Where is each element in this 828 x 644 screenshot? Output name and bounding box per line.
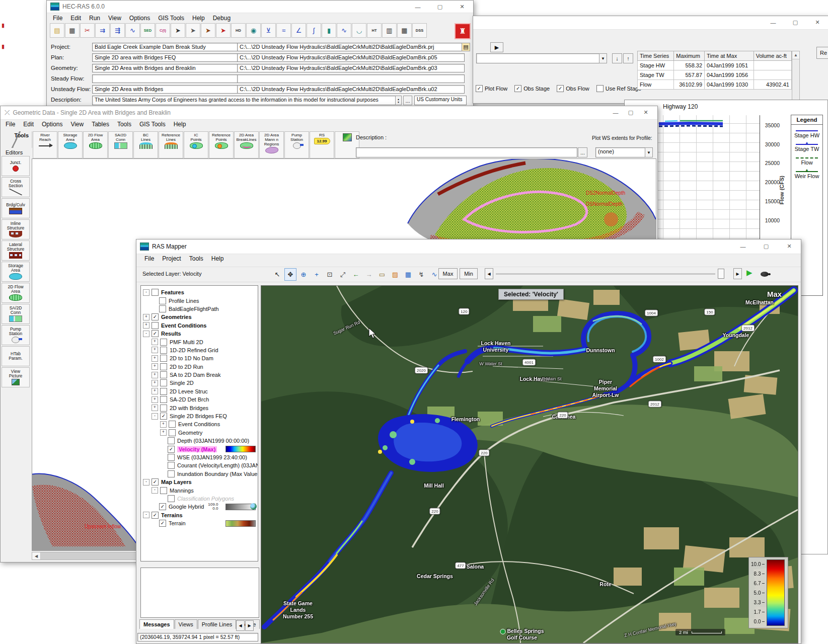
menu-gis-tools[interactable]: GIS Tools	[154, 13, 188, 23]
tree-item-inundation-boundary-max-value[interactable]: Inundation Boundary (Max Value	[141, 470, 258, 478]
menu-options[interactable]: Options	[38, 119, 66, 129]
close-button[interactable]: ✕	[806, 16, 828, 29]
checkbox-obs-flow[interactable]: ✓Obs Flow	[557, 85, 589, 92]
field-value[interactable]: Single 2D Area with Bridges	[92, 85, 239, 94]
tree-item-event-conditions[interactable]: +Event Conditions	[141, 321, 258, 330]
menu-debug[interactable]: Debug	[209, 13, 235, 23]
geometric-titlebar[interactable]: ⤫ Geometric Data - Single 2D Area with B…	[1, 106, 657, 120]
run-sediment-icon[interactable]: ➤	[201, 23, 215, 38]
basin-icon[interactable]: ◡	[352, 23, 366, 38]
tree-checkbox[interactable]	[168, 470, 175, 477]
hydrograph-plot-icon[interactable]: ∿	[337, 23, 351, 38]
tree-item-sa-to-2d-dam-break[interactable]: +SA to 2D Dam Break	[141, 371, 258, 379]
maximize-button[interactable]: ▢	[755, 239, 778, 253]
menu-file[interactable]: File	[49, 13, 66, 23]
tree-checkbox[interactable]	[160, 355, 167, 362]
maximize-button[interactable]: ▢	[784, 16, 806, 29]
tree-item-features[interactable]: -Features	[141, 288, 258, 296]
tools-tab[interactable]: Tools	[1, 131, 32, 148]
globe-icon[interactable]: ⊕	[297, 268, 310, 281]
tree-checkbox[interactable]	[152, 322, 159, 329]
quasi-unsteady-icon[interactable]: ⇶	[110, 23, 125, 38]
menu-tools[interactable]: Tools	[185, 254, 207, 264]
zoom-extents-icon[interactable]: ⤢	[337, 268, 349, 281]
tree-checkbox[interactable]	[159, 297, 166, 304]
tree-item-2d-to-2d-run[interactable]: +2D to 2D Run	[141, 363, 258, 371]
tree-checkbox[interactable]: ✓	[152, 330, 159, 337]
tree-checkbox[interactable]	[160, 396, 167, 403]
tree-expander[interactable]: +	[143, 314, 149, 320]
tree-expander[interactable]: +	[152, 388, 158, 394]
minimize-button[interactable]: —	[608, 106, 623, 119]
tree-checkbox[interactable]	[160, 339, 167, 346]
field-value[interactable]: Bald Eagle Creek Example Dam Break Study	[92, 43, 239, 51]
sediment-icon[interactable]: SED	[140, 23, 155, 38]
field-path[interactable]: C:\...\2D Unsteady Flow Hydraulics\BaldE…	[237, 64, 465, 72]
menu-help[interactable]: Help	[170, 119, 190, 129]
geo-tool-2d-area-mann-n-regions[interactable]: 2D Area Mann n Regions	[259, 131, 284, 158]
tree-item-courant-velocity-length-03jan[interactable]: Courant (Velocity/Length) (03JAN	[141, 461, 258, 469]
timeline-thumb[interactable]	[718, 269, 724, 279]
field-path[interactable]	[237, 74, 465, 83]
tree-expander[interactable]: +	[160, 429, 167, 436]
description-more-button[interactable]: ...	[403, 96, 412, 105]
tab-messages[interactable]: Messages	[139, 619, 174, 629]
open-icon[interactable]: ▤	[50, 23, 64, 38]
maximize-button[interactable]: ▢	[429, 1, 451, 13]
field-path[interactable]: C:\...\2D Unsteady Flow Hydraulics\BaldE…	[237, 85, 465, 94]
tab-scroll-left-icon[interactable]: ◀	[236, 620, 245, 631]
flood-raster-icon[interactable]: ▨	[389, 268, 401, 281]
tree-item-classification-polygons[interactable]: Classification Polygons	[141, 495, 258, 503]
tree-item-wse-03jan1999-23-40-00[interactable]: WSE (03JAN1999 23:40:00)	[141, 453, 258, 461]
geo-tool-2d-area-breaklines[interactable]: 2D Area BreakLines	[234, 131, 259, 158]
prev-node-button[interactable]: ↑	[623, 53, 633, 63]
tree-expander[interactable]: +	[152, 339, 158, 345]
geo-tool-bc-lines[interactable]: BC Lines	[133, 131, 158, 158]
tree-checkbox[interactable]	[168, 437, 175, 444]
menu-view[interactable]: View	[104, 13, 125, 23]
tree-checkbox[interactable]: ✓	[159, 503, 166, 510]
profile-dropdown-arrow-icon[interactable]: ▼	[645, 147, 653, 157]
tree-checkbox[interactable]	[168, 462, 175, 469]
animate-play-icon[interactable]: ▶	[746, 268, 752, 277]
tree-expander[interactable]: -	[152, 487, 158, 494]
tree-item-pmf-multi-2d[interactable]: +PMF Multi 2D	[141, 338, 258, 346]
tree-expander[interactable]: +	[152, 372, 158, 378]
field-path[interactable]: C:\...\2D Unsteady Flow Hydraulics\BaldE…	[237, 53, 465, 62]
ras-mapper-icon[interactable]: ◉	[246, 23, 261, 38]
tree-item-2d-levee-struc[interactable]: +2D Levee Struc	[141, 387, 258, 395]
dropdown-arrow-icon[interactable]: ▼	[599, 53, 607, 63]
minimize-button[interactable]: —	[407, 1, 429, 13]
zoom-in-icon[interactable]: +	[311, 268, 323, 281]
spin-down-icon[interactable]: ▼	[397, 101, 400, 104]
map-viewport[interactable]: Selected: 'Velocity' Max McElhattanYoung…	[261, 285, 798, 643]
steady-flow-icon[interactable]: ⇉	[95, 23, 110, 38]
xs-plot-icon[interactable]: ⊻	[261, 23, 276, 38]
timeline-track[interactable]	[496, 273, 715, 275]
geometry-editor-icon[interactable]: ✂	[80, 23, 95, 38]
tree-checkbox[interactable]	[160, 388, 167, 395]
tree-checkbox[interactable]: ✓	[159, 520, 166, 527]
field-value[interactable]: Single 2D Area with Bridges and Breaklin	[92, 64, 239, 72]
mapper-titlebar[interactable]: RAS Mapper	[136, 239, 801, 254]
tree-item-2d-with-bridges[interactable]: +2D with Bridges	[141, 404, 258, 412]
measure-icon[interactable]: ▭	[376, 268, 388, 281]
scrollbar-thumb[interactable]	[41, 552, 147, 559]
menu-help[interactable]: Help	[188, 13, 209, 23]
tree-checkbox[interactable]	[160, 371, 167, 378]
tree-checkbox[interactable]	[160, 487, 167, 494]
geo-tool-reference-lines[interactable]: Reference Lines	[159, 131, 183, 158]
menu-file[interactable]: File	[140, 254, 158, 264]
geo-tool-2d-flow-area[interactable]: 2D Flow Area	[83, 131, 108, 158]
geo-tool-ic-points[interactable]: IC Points	[184, 131, 208, 158]
tree-checkbox[interactable]	[160, 405, 167, 412]
water-quality-icon[interactable]: C(t)	[156, 23, 170, 38]
tree-expander[interactable]: +	[152, 405, 158, 411]
editor-view-picture[interactable]: View Picture	[2, 367, 30, 387]
tree-expander[interactable]: +	[152, 355, 158, 362]
tree-expander[interactable]: +	[152, 380, 158, 386]
detailed-tables-icon[interactable]: ▥	[382, 23, 397, 38]
tree-expander[interactable]: -	[143, 331, 149, 337]
tree-checkbox[interactable]	[160, 379, 167, 386]
minimize-button[interactable]: —	[762, 16, 784, 29]
